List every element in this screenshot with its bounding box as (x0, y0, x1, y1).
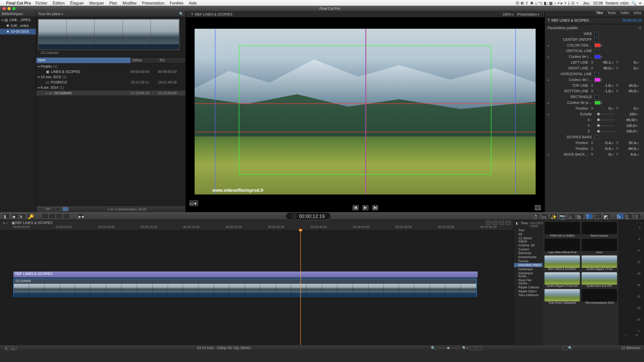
property-value[interactable]: 100 (618, 112, 635, 116)
titles-category-item[interactable]: Générique fin/dé… (514, 271, 543, 278)
disclosure-icon[interactable]: ▸ (548, 101, 551, 105)
property-slider[interactable] (597, 119, 615, 121)
property-slider[interactable] (597, 113, 615, 116)
titles-button[interactable]: T (586, 213, 593, 219)
property-value-y[interactable]: 0 (619, 107, 636, 111)
browser-list-row-selected[interactable]: ▸ ▭ OC2A8449 11:13:04:15 11:13:58:09 (36, 90, 185, 95)
inspector-tab-titre[interactable]: Titre (596, 11, 603, 17)
inspector-tab-infos[interactable]: Infos (634, 11, 641, 17)
browser-group-row[interactable]: 13 nov. 2015 (1) (36, 74, 185, 80)
property-value-y[interactable]: -84,5 (619, 147, 636, 151)
app-menu[interactable]: Final Cut Pro (6, 1, 31, 5)
filmstrip-view-button[interactable] (55, 207, 61, 211)
chevron-down-icon[interactable]: ▾ (601, 55, 604, 58)
fullscreen-button[interactable]: ⛶ (535, 205, 541, 210)
menu-edition[interactable]: Édition (53, 1, 65, 5)
append-button[interactable] (56, 213, 63, 219)
timeline-zoom-slider[interactable] (438, 348, 460, 348)
property-checkbox[interactable] (594, 32, 599, 36)
browser-group-row[interactable]: 6 avr. 2014 (1) (36, 85, 185, 91)
title-thumbnail[interactable]: REF LINES & SCOPES (544, 255, 580, 270)
property-value-y[interactable]: 0 (619, 66, 636, 70)
zoom-out-icon[interactable]: 🔍- (431, 346, 436, 350)
solo-toggle[interactable] (499, 220, 504, 225)
property-checkbox[interactable] (594, 72, 599, 76)
clip-adjust-button[interactable]: ▭ (541, 213, 548, 219)
browser-filmstrip[interactable]: OC2A8449 (36, 17, 185, 57)
connect-button[interactable] (42, 213, 49, 219)
clip-appearance-button[interactable] (470, 346, 475, 350)
property-checkbox[interactable] (594, 37, 599, 42)
property-value-y[interactable]: 0 (619, 61, 636, 65)
property-value-x[interactable]: 0 (594, 153, 611, 157)
history-back-button[interactable]: ◂ (3, 221, 5, 225)
retime-button[interactable]: ⏱▾ (533, 213, 540, 219)
import-button[interactable]: ⬇ (3, 213, 10, 219)
titles-category-item[interactable]: C2 SliceX Adjust (514, 236, 543, 243)
property-checkbox[interactable] (594, 49, 599, 53)
titles-category-item[interactable]: 3D (514, 232, 543, 236)
title-thumbnail[interactable]: Synthé titres test VEP (582, 272, 617, 287)
titles-category-item[interactable]: Favoris (514, 259, 543, 263)
transitions-button[interactable]: ⧉ (577, 213, 584, 219)
skimming-toggle[interactable] (486, 220, 491, 225)
reject-button[interactable]: ✕ (19, 213, 26, 219)
meter-reset-icon[interactable]: – (637, 222, 638, 225)
title-thumbnail[interactable]: IFRECOR 3 LIGNES (544, 222, 580, 237)
inspector-tab-texte[interactable]: Texte (607, 11, 616, 17)
property-value-y[interactable]: -45,0 (619, 89, 636, 93)
property-value-x[interactable]: -0,4 (594, 141, 611, 145)
clip-filter-button[interactable]: ⚙▾ (46, 207, 52, 211)
property-value[interactable]: 100,0 (618, 129, 635, 133)
titles-category-item[interactable]: Ripple Callouts (514, 285, 543, 289)
library-item[interactable]: ▤ LINE…OPES (0, 17, 36, 23)
timeline-playhead[interactable] (300, 231, 301, 345)
title-thumbnail[interactable]: Ifrecor Gauche (582, 222, 617, 237)
disclosure-icon[interactable]: ▸ (548, 43, 551, 47)
audio-skimming-toggle[interactable] (492, 220, 498, 225)
browser-group-row[interactable]: Projets (1) (36, 64, 185, 69)
timeline-index-button2[interactable]: ▭ (12, 346, 17, 350)
menu-fichier[interactable]: Fichier (35, 1, 48, 5)
menu-aide[interactable]: Aide (189, 1, 197, 5)
reset-button[interactable]: ↺ (638, 26, 641, 30)
library-item[interactable]: ✺ Coll…entes (0, 23, 36, 29)
property-value-y[interactable]: 8,4 (619, 153, 636, 157)
color-swatch[interactable] (594, 78, 601, 82)
disclosure-icon[interactable]: ▸ (548, 153, 551, 156)
effects-button[interactable]: fx (617, 213, 624, 219)
inspector-tab-video[interactable]: Vidéo (620, 11, 629, 17)
title-thumbnail[interactable]: Texte Rose Calligraphie (544, 289, 580, 304)
library-item-selected[interactable]: ★ 10-03-2016 (0, 29, 36, 34)
window-minimize-button[interactable] (8, 7, 11, 10)
chevron-down-icon[interactable]: ▾ (601, 101, 604, 104)
color-swatch[interactable] (594, 55, 601, 59)
property-value-y[interactable]: 44,9 (619, 83, 636, 87)
chevron-down-icon[interactable]: ▾ (601, 78, 604, 81)
timecode-display[interactable]: 00:00:12:19 (285, 212, 331, 220)
browser-filter-dropdown[interactable]: Tous les plans (38, 12, 60, 16)
inspector-toggle-button[interactable]: ▯ (625, 213, 632, 219)
titles-category-item[interactable]: Tiers inférieurs (514, 293, 543, 297)
menu-modifier[interactable]: Modifier (123, 1, 137, 5)
property-checkbox[interactable] (594, 95, 599, 99)
titles-search-icon[interactable]: 🔍 (568, 346, 573, 350)
titles-category-item[interactable]: Pixel Film Studio… (514, 278, 543, 285)
browser-list-row[interactable]: ▣ LINES & SCOPES 00:00:00:00 00:00:53:19 (36, 69, 185, 74)
color-swatch[interactable] (594, 101, 601, 105)
effects-browser-toggle[interactable] (563, 346, 568, 350)
clip-appearance-button2[interactable] (476, 346, 482, 350)
photos-button[interactable]: 📷 (559, 213, 566, 219)
property-value-x[interactable]: 0 (594, 107, 611, 111)
favorite-button[interactable]: ★ (12, 213, 19, 219)
arrow-tool-button[interactable]: ➤▾ (77, 213, 84, 219)
property-value-x[interactable]: 80,0 (594, 66, 611, 70)
column-header-name[interactable]: Nom (36, 58, 131, 63)
play-button[interactable] (362, 205, 368, 210)
titles-category-item[interactable]: Tout (514, 228, 543, 232)
next-edit-button[interactable] (372, 205, 378, 210)
spotlight-icon[interactable]: 🔍 (631, 1, 636, 5)
property-checkbox[interactable] (594, 135, 599, 140)
property-value-x[interactable]: -1,6 (594, 89, 611, 93)
titles-category-item[interactable]: Ripple Optics (514, 289, 543, 293)
